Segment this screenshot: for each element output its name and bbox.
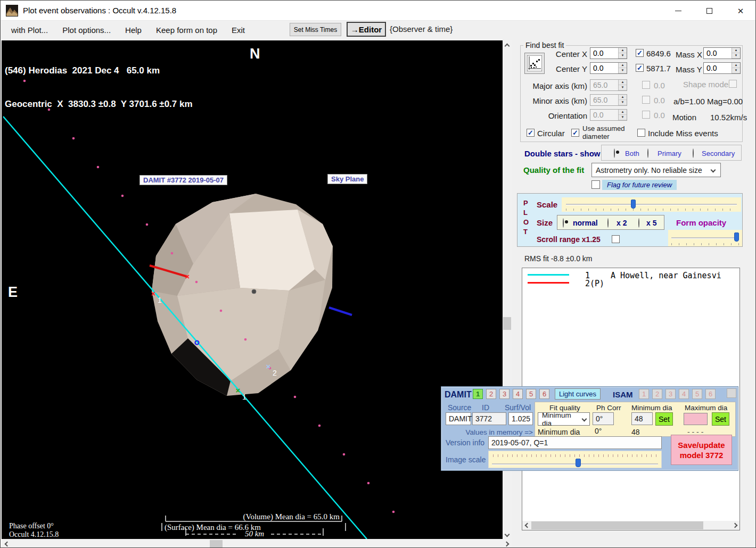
damit-tabs-3[interactable]: 3 — [499, 389, 510, 399]
version-info-field[interactable]: 2019-05-07, Q=1 — [488, 436, 662, 449]
scroll-down-button[interactable] — [503, 530, 512, 539]
center-y-spinner[interactable]: ▲▼ — [618, 63, 627, 73]
id-field[interactable]: 3772 — [472, 412, 506, 425]
size-x2-label: x 2 — [617, 219, 627, 227]
mass-y-spinner[interactable]: ▲▼ — [732, 63, 740, 73]
source-field[interactable]: DAMIT — [446, 412, 471, 425]
damit-tabs-5[interactable]: 5 — [526, 389, 536, 399]
scale-slider[interactable] — [562, 197, 741, 212]
set-miss-times-button[interactable]: Set Miss Times — [290, 23, 341, 36]
scale-slider-thumb[interactable] — [631, 200, 636, 209]
best-fit-chart-button[interactable] — [524, 53, 545, 74]
max-dia-field[interactable] — [684, 413, 708, 425]
close-button[interactable]: ✕ — [725, 1, 756, 21]
east-label: E — [8, 284, 18, 301]
values-in-memory-label: Values in memory => — [457, 428, 533, 436]
double-primary-radio[interactable] — [647, 148, 648, 158]
find-best-fit-group — [520, 45, 743, 142]
light-curves-button[interactable]: Light curves — [555, 388, 601, 400]
scroll-right-button[interactable] — [503, 539, 512, 548]
isam-tabs-3[interactable]: 3 — [665, 389, 676, 399]
motion-label: Motion — [672, 113, 696, 122]
chevron-up-icon — [505, 44, 510, 49]
volume-mean-dia-label: (Volume) Mean dia = 65.0 km — [243, 512, 340, 521]
scroll-left-button[interactable] — [2, 539, 11, 548]
major-axis-spinner: ▲▼ — [618, 80, 627, 90]
ph-corr-field[interactable]: 0° — [593, 412, 614, 425]
center-x-spinner[interactable]: ▲▼ — [618, 48, 627, 59]
damit-tabs-2[interactable]: 2 — [486, 389, 496, 399]
flag-review-checkbox[interactable] — [591, 180, 600, 189]
vertical-scroll-thumb[interactable] — [503, 317, 511, 330]
surfvol-field[interactable]: 1.025 — [508, 412, 533, 425]
editor-button[interactable]: →Editor — [347, 22, 386, 37]
plot-vertical-p: P — [523, 199, 528, 207]
size-radio-group: normal x 2 x 5 — [557, 215, 664, 230]
listbox-scroll-thumb[interactable] — [531, 521, 703, 529]
plot-vertical-l: L — [523, 209, 528, 217]
panel-corner-button[interactable] — [727, 388, 736, 398]
size-x2-radio[interactable] — [607, 218, 609, 228]
isam-tabs-6[interactable]: 6 — [705, 389, 716, 399]
orientation-alt-value: 0.0 — [654, 111, 665, 120]
double-both-radio[interactable] — [614, 148, 615, 158]
quality-dropdown[interactable]: Astrometry only. No reliable size — [591, 163, 721, 177]
size-normal-radio[interactable] — [563, 218, 564, 228]
isam-tabs-5[interactable]: 5 — [692, 389, 702, 399]
center-y-input[interactable]: 0.0 ▲▼ — [590, 62, 627, 74]
image-scale-label: Image scale — [446, 455, 486, 464]
double-secondary-radio[interactable] — [693, 148, 694, 158]
size-x5-radio[interactable] — [638, 218, 639, 228]
minimize-button[interactable] — [663, 1, 694, 21]
menu-item-1[interactable]: Plot options... — [62, 26, 111, 35]
major-fit-checkbox — [642, 81, 650, 89]
image-scale-slider[interactable] — [488, 451, 662, 468]
circular-checkbox[interactable]: ✓ — [527, 129, 535, 137]
size-label: Size — [537, 218, 553, 227]
plot-vertical-o: O — [523, 218, 529, 226]
menu-item-4[interactable]: Exit — [232, 26, 245, 35]
menu-items: with Plot...Plot options...HelpKeep form… — [11, 21, 245, 39]
image-scale-thumb[interactable] — [576, 459, 581, 467]
form-opacity-slider[interactable] — [668, 230, 742, 246]
plot-horizontal-scrollbar[interactable] — [2, 539, 512, 548]
save-update-button[interactable]: Save/update model 3772 — [671, 435, 732, 465]
damit-tabs-4[interactable]: 4 — [513, 389, 523, 399]
horizontal-scroll-thumb[interactable] — [210, 540, 223, 547]
maximize-button[interactable] — [694, 1, 725, 21]
include-miss-checkbox[interactable] — [637, 129, 645, 137]
id-label: ID — [482, 403, 489, 412]
listbox-scroll-left-button[interactable] — [522, 521, 531, 530]
center-x-input[interactable]: 0.0 ▲▼ — [590, 47, 627, 59]
observation-row[interactable]: 2(P) — [522, 279, 739, 287]
use-assumed-checkbox[interactable]: ✓ — [571, 129, 579, 137]
set-min-dia-button[interactable]: Set — [655, 412, 673, 426]
mass-x-spinner[interactable]: ▲▼ — [732, 48, 740, 59]
fit-quality-dropdown[interactable]: Minimum dia — [538, 412, 590, 426]
asteroid-shape-model — [152, 194, 333, 396]
mass-y-input[interactable]: 0.0 ▲▼ — [703, 62, 741, 74]
isam-tabs-1[interactable]: 1 — [639, 389, 649, 399]
isam-tabs-2[interactable]: 2 — [652, 389, 662, 399]
x-star-checkbox[interactable]: ✓ — [636, 49, 644, 57]
ab-mag-value: a/b=1.00 Mag=0.00 — [673, 97, 743, 106]
isam-tabs-4[interactable]: 4 — [679, 389, 689, 399]
observation-row[interactable]: 1A Howell, near Gainesvi — [522, 271, 739, 279]
geocentric-coords: Geocentric X 3830.3 ±0.8 Y 3701.6 ±0.7 k… — [5, 98, 193, 110]
set-max-dia-button[interactable]: Set — [712, 412, 729, 426]
y-star-checkbox[interactable]: ✓ — [636, 64, 644, 72]
damit-tabs-1[interactable]: 1 — [473, 389, 483, 399]
scroll-up-button[interactable] — [503, 40, 512, 49]
menu-item-2[interactable]: Help — [125, 26, 142, 35]
form-opacity-thumb[interactable] — [734, 233, 739, 242]
listbox-scroll-right-button[interactable] — [731, 521, 739, 530]
menu-item-3[interactable]: Keep form on top — [156, 26, 217, 35]
scroll-range-checkbox[interactable] — [612, 235, 620, 243]
menu-item-0[interactable]: with Plot... — [11, 26, 48, 35]
shape-model-checkbox[interactable] — [729, 80, 737, 88]
mass-x-input[interactable]: 0.0 ▲▼ — [703, 47, 741, 59]
listbox-horizontal-scrollbar[interactable] — [522, 521, 739, 530]
damit-tabs-6[interactable]: 6 — [539, 389, 549, 399]
min-dia-field[interactable]: 48 — [631, 412, 653, 425]
minor-fit-checkbox — [642, 96, 650, 104]
